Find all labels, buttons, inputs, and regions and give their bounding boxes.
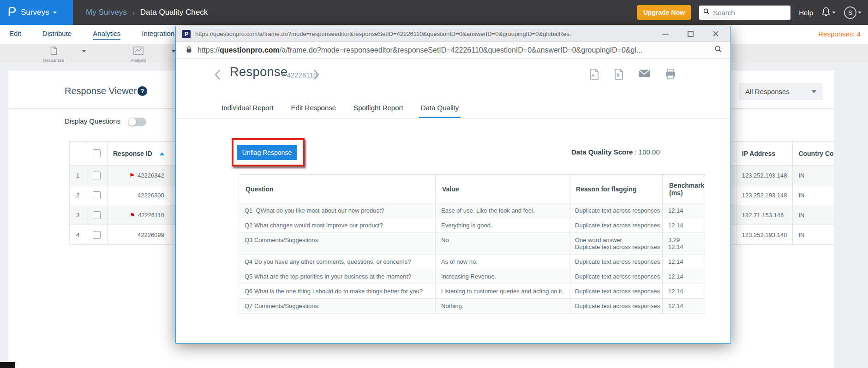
reason-line: Duplicate text across responses [575, 222, 660, 229]
search-input[interactable]: Search [699, 6, 790, 20]
question-cell: Q1 QWhat do you like most about our new … [239, 203, 436, 218]
flag-icon: ⚑ [130, 212, 135, 219]
tab-spotlight-report[interactable]: Spotlight Report [352, 99, 405, 118]
response-id-cell[interactable]: ⚑42226110 [108, 205, 170, 225]
response-id-cell[interactable]: ⚑42226342 [108, 166, 170, 185]
toolbar-item-label: Analysis [126, 58, 151, 63]
tab-data-quality[interactable]: Data Quality [419, 99, 461, 118]
pdf-export-icon[interactable]: A [589, 69, 599, 82]
menu-items: EditDistributeAnalyticsIntegration [9, 30, 174, 40]
svg-text:X: X [617, 73, 620, 78]
value-cell: As of now no. [436, 255, 569, 269]
help-link[interactable]: Help [799, 9, 813, 17]
export-actions: A X [589, 69, 676, 82]
benchmark-cell: 12.14 [663, 218, 705, 233]
reason-line: Duplicate text across responses [575, 258, 660, 265]
table-row: Q4 Do you have any other comments, quest… [239, 255, 705, 269]
display-questions-toggle[interactable] [128, 118, 146, 126]
table-row: Q5 What are the top priorities in your b… [239, 269, 705, 284]
benchmark-cell: 12.14 [663, 255, 705, 269]
sort-ascending-icon[interactable] [160, 150, 164, 155]
reason-line: Duplicate text across responses [575, 288, 660, 295]
ip-address-header: IP Address [736, 142, 793, 166]
breadcrumb-current: Data Quality Check [140, 8, 208, 17]
data-quality-score: Data Quality Score : 100.00 [571, 148, 660, 156]
print-icon[interactable] [665, 69, 676, 82]
checkbox-cell [86, 185, 108, 205]
response-id-label: # 42226110 [281, 71, 317, 79]
benchmark-cell: 12.14 [663, 284, 705, 299]
chevron-down-icon[interactable] [82, 50, 86, 54]
reason-cell: Duplicate text across responses [569, 299, 663, 314]
account-menu-button[interactable]: S [844, 6, 862, 19]
maximize-icon[interactable] [688, 31, 694, 37]
table-row: 182.71.153.146IN [720, 205, 834, 225]
responses-report-icon [48, 49, 59, 57]
checkbox-cell [86, 225, 108, 245]
benchmark-header: Benchmark (ms) [663, 175, 705, 203]
value-cell: Ease of use. Like the look and feel. [436, 203, 569, 218]
tab-individual-report[interactable]: Individual Report [220, 99, 275, 118]
value-cell: Nothing. [436, 299, 569, 314]
ip-address-cell: 123.252.193.148 [736, 166, 793, 185]
email-icon[interactable] [638, 69, 650, 82]
chevron-down-icon[interactable] [172, 50, 175, 54]
question-cell: Q4 Do you have any other comments, quest… [239, 255, 436, 269]
modal-titlebar[interactable]: P https://questionpro.com/a/frame.do?mod… [176, 26, 730, 42]
surveys-menu-button[interactable]: Surveys [0, 0, 73, 25]
toolbar-item-analysis[interactable]: Analysis [126, 46, 151, 63]
menu-item-edit[interactable]: Edit [9, 30, 21, 40]
row-checkbox[interactable] [93, 231, 101, 239]
menu-item-integration[interactable]: Integration [142, 30, 174, 40]
response-id-link[interactable]: 42226300 [138, 192, 164, 199]
display-questions-label: Display Questions [65, 117, 120, 125]
reason-line: One word answer [575, 237, 660, 243]
responses-count: Responses: 4 [818, 30, 861, 38]
response-id-header[interactable]: Response ID [108, 142, 170, 166]
benchmark-cell: 12.14 [663, 299, 705, 314]
modal-addressbar[interactable]: https://questionpro.com/a/frame.do?mode=… [176, 42, 730, 59]
previous-response-chevron[interactable] [214, 69, 221, 83]
row-number: 4 [70, 225, 86, 245]
table-row: Q2 What changes would most improve our p… [239, 218, 705, 233]
zoom-search-icon[interactable] [714, 45, 722, 55]
response-id-cell[interactable]: 42226300 [108, 185, 170, 205]
select-all-checkbox[interactable] [93, 149, 101, 157]
menu-item-analytics[interactable]: Analytics [93, 30, 120, 40]
value-cell: No [436, 233, 569, 255]
benchmark-cell: 12.14 [663, 203, 705, 218]
row-checkbox[interactable] [93, 211, 101, 219]
reason-cell: One word answerDuplicate text across res… [569, 233, 663, 255]
unflag-response-button[interactable]: Unflag Response [237, 145, 297, 160]
row-checkbox[interactable] [93, 191, 101, 199]
benchmark-line: 12.14 [668, 243, 699, 250]
close-icon[interactable]: ✕ [712, 30, 719, 38]
reason-line: Duplicate text across responses [575, 273, 660, 280]
question-cell: Q3 Comments/Suggestions: [239, 233, 436, 255]
all-responses-dropdown[interactable]: All Responses [739, 83, 823, 100]
chevron-down-icon [858, 12, 862, 16]
select-all-header [86, 142, 108, 166]
row-checkbox[interactable] [93, 172, 101, 179]
next-response-chevron[interactable] [313, 69, 320, 83]
table-row: Q7 Comments/Suggestions:Nothing.Duplicat… [239, 299, 705, 314]
breadcrumb-my-surveys[interactable]: My Surveys [86, 8, 127, 17]
upgrade-now-button[interactable]: Upgrade Now [637, 5, 691, 20]
notifications-button[interactable] [821, 6, 836, 18]
table-row: Q1 QWhat do you like most about our new … [239, 203, 705, 218]
help-icon[interactable]: ? [138, 86, 147, 96]
benchmark-cell: 3.2912.14 [663, 233, 705, 255]
minimize-icon[interactable] [662, 34, 669, 35]
menu-item-distribute[interactable]: Distribute [42, 30, 72, 40]
address-url: https://questionpro.com/a/frame.do?mode=… [198, 46, 709, 54]
response-id-cell[interactable]: 42226099 [108, 225, 170, 245]
response-id-link[interactable]: 42226099 [138, 231, 164, 238]
response-id-link[interactable]: 42226342 [138, 172, 164, 179]
toolbar-item-responses[interactable]: Responses [41, 46, 66, 63]
excel-export-icon[interactable]: X [614, 69, 623, 82]
tab-edit-response[interactable]: Edit Response [289, 99, 338, 118]
brand-label: Surveys [21, 8, 49, 17]
response-id-link[interactable]: 42226110 [138, 212, 164, 219]
benchmark-line: 3.29 [668, 237, 699, 243]
breadcrumb-separator: › [132, 9, 135, 17]
